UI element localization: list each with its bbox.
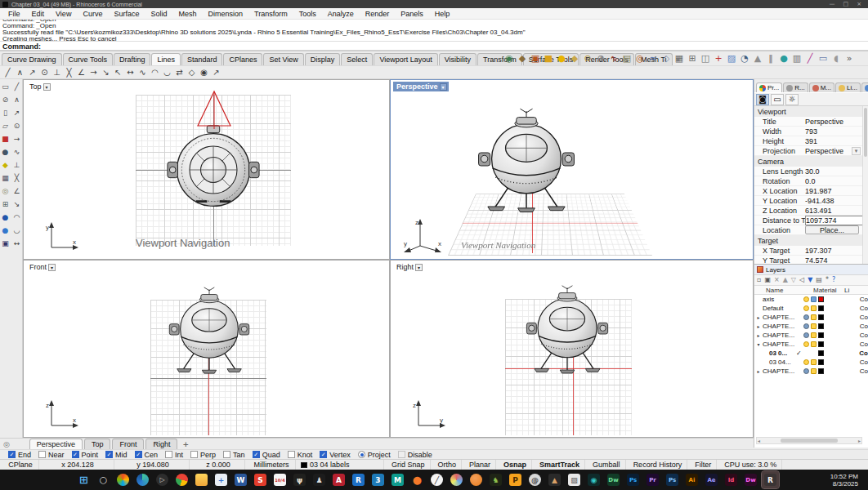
autocad-app[interactable]: A [330,471,347,488]
toolbar-icon[interactable]: ▭ [817,52,829,65]
sidebar-tool-icon[interactable]: ▭ [2,83,9,91]
layers-tool-icon[interactable]: ▣ [764,276,771,284]
layer-color-swatch[interactable] [818,341,824,347]
sidebar-tool-icon[interactable]: ● [2,214,9,221]
viewport-perspective-title[interactable]: Perspective ▾ [393,82,449,91]
panel-tab[interactable]: Pr... [756,82,782,92]
layer-color-swatch[interactable] [818,332,824,338]
sidebar-tool-icon[interactable]: ■ [2,136,9,143]
checkbox-icon[interactable] [253,451,260,458]
osnap-toggle[interactable]: Int [165,451,183,459]
viewport-tab[interactable]: Right [145,439,177,449]
bathysphere-model-top-view[interactable] [166,122,261,217]
media-app[interactable]: ▷ [154,471,171,488]
layer-lock-icon[interactable] [811,368,817,374]
layer-expand-icon[interactable]: ▸ [755,323,762,329]
sidebar-tool-icon[interactable]: ▱ [2,122,8,130]
calendar-app[interactable]: 10/4 [271,471,289,488]
viewport-properties-button[interactable]: ▭ [771,94,784,105]
toolbar-icon[interactable]: ● [556,52,567,65]
toolbar-icon[interactable]: ◆ [517,52,528,65]
app-red[interactable]: S [252,471,269,488]
viewport-perspective[interactable]: Perspective ▾ Viewport Navigation z x y [390,79,754,260]
sidebar-tool-icon[interactable]: ∠ [13,188,20,195]
layer-name[interactable]: CHAPTE... [762,332,796,339]
osnap-toggle[interactable]: Knot [288,451,313,459]
line-tool-icon[interactable]: ↗ [212,68,221,77]
toolbar-icon[interactable]: ≈ [647,52,659,65]
line-tool-icon[interactable]: ∠ [77,68,86,77]
layer-visibility-bulb-icon[interactable] [803,296,809,302]
layer-expand-icon[interactable]: ▾ [755,341,762,347]
status-segment[interactable]: x 204.128 [39,460,114,470]
line-tool-icon[interactable]: ↔ [126,68,135,77]
revit-app[interactable]: R [350,471,367,488]
line-tool-icon[interactable]: ◡ [163,68,172,77]
viewport-menu-arrow-icon[interactable]: ▾ [415,264,423,271]
menu-item[interactable]: Panels [395,10,429,18]
sidebar-tool-icon[interactable]: ∿ [14,149,20,156]
osnap-toggle[interactable]: Tan [223,451,245,459]
layer-name[interactable]: CHAPTE... [762,341,796,348]
status-segment[interactable]: Osnap [496,460,532,470]
camera-properties-button[interactable]: ◙ [756,94,769,105]
layer-name[interactable]: CHAPTE... [762,368,796,375]
word-app[interactable]: W [232,471,249,488]
column-material[interactable]: Material [813,287,844,294]
layer-visibility-bulb-icon[interactable] [803,314,809,320]
sidebar-tool-icon[interactable]: ▦ [2,175,9,182]
osnap-toggle[interactable]: Perp [190,451,216,459]
checkbox-icon[interactable] [72,451,79,458]
line-tool-icon[interactable]: ↖ [114,68,123,77]
menu-item[interactable]: Surface [108,10,145,18]
toolbar-icon[interactable]: ◔ [739,52,750,65]
toolbar-tab[interactable]: Select [341,53,373,65]
toolbar-tab[interactable]: Standard [181,53,223,65]
property-value[interactable]: 191.987 [805,187,863,195]
toolbar-icon[interactable]: ▨ [726,52,737,65]
panel-tab[interactable]: H... [861,82,868,92]
creature-app[interactable]: ♞ [487,471,504,488]
sidebar-tool-icon[interactable]: ⊥ [14,162,20,169]
layer-name[interactable]: 03 0... [762,350,796,357]
osnap-toggle[interactable]: Near [38,451,65,459]
toolbar-icon[interactable]: + [713,52,724,65]
viewport-right[interactable]: Right ▾ z y [390,260,754,438]
line-tool-icon[interactable]: ◇ [187,68,196,77]
edge-app[interactable] [134,471,151,488]
property-row[interactable]: Projection Perspective [754,146,863,156]
menu-item[interactable]: Transform [248,10,293,18]
toolbar-tab[interactable]: Curve Tools [63,53,113,65]
3dsmax-app[interactable]: 3 [369,471,387,488]
layer-lock-icon[interactable] [811,305,817,311]
sidebar-tool-icon[interactable]: ● [2,149,9,156]
property-row[interactable]: Rotation 0.0 [754,176,863,186]
layers-tool-icon[interactable]: ▽ [791,276,796,284]
property-row[interactable]: X Location 191.987 [754,186,863,196]
app-orange-circle[interactable]: ● [409,471,426,488]
layer-visibility-bulb-icon[interactable] [803,332,809,338]
layer-row[interactable]: ▸ CHAPTE... Co [754,331,868,340]
status-segment[interactable]: Millimeters [245,460,296,470]
status-segment[interactable]: Planar [462,460,496,470]
line-tool-icon[interactable]: ╳ [65,68,74,77]
checkbox-icon[interactable] [288,451,295,458]
toolbar-tab[interactable]: Curve Drawing [2,53,62,65]
rhino-app[interactable]: R [762,471,779,488]
sidebar-tool-icon[interactable]: ◎ [2,188,9,195]
property-row[interactable]: Z Location 613.491 [754,206,863,216]
status-segment[interactable]: Ortho [431,460,463,470]
add-viewport-tab-icon[interactable]: + [179,440,192,449]
toolbar-icon[interactable]: ⊙ [582,52,593,65]
status-segment[interactable]: Record History [626,460,688,470]
column-name[interactable]: Name [754,287,813,294]
layer-expand-icon[interactable]: ▸ [755,314,762,320]
layer-linetype[interactable]: Co [859,350,868,357]
layer-row[interactable]: 03 0... ✓ Co [754,349,868,358]
layer-lock-icon[interactable] [811,359,817,365]
property-value[interactable]: 391 [805,137,863,145]
layer-linetype[interactable]: Co [860,332,868,339]
viewport-tab[interactable]: Top [84,439,111,449]
sidebar-tool-icon[interactable]: ◆ [2,162,8,169]
layers-tool-icon[interactable]: ◁ [799,276,804,284]
